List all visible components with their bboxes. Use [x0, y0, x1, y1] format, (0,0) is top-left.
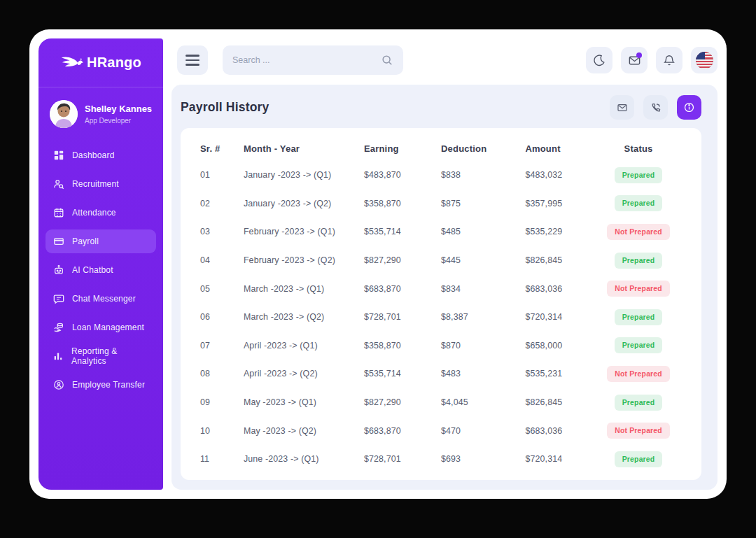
table-row[interactable]: 10 May -2023 -> (Q2) $683,870 $470 $683,…: [200, 416, 682, 445]
pegasus-logo-icon: [60, 55, 84, 71]
table-row[interactable]: 05 March -2023 -> (Q1) $683,870 $834 $68…: [200, 274, 682, 303]
unread-badge: [636, 52, 642, 58]
panel-header: Payroll History: [172, 85, 718, 128]
cell-deduction: $470: [441, 416, 525, 445]
page-title: Payroll History: [181, 100, 270, 115]
cell-month: January -2023 -> (Q2): [244, 190, 364, 218]
messages-button[interactable]: [621, 47, 648, 73]
cell-month: June -2023 -> (Q1): [244, 445, 364, 474]
status-badge: Not Prepared: [607, 423, 670, 439]
sidebar-item-label: Employee Transfer: [72, 380, 145, 390]
sidebar-item[interactable]: AI Chatbot: [46, 258, 156, 282]
hamburger-icon: [186, 55, 200, 65]
brand-logo: HRango: [38, 38, 163, 87]
cell-deduction: $834: [441, 274, 525, 303]
sidebar-item[interactable]: Recruitment: [46, 172, 156, 196]
ai-chatbot-icon: [52, 264, 64, 276]
cell-earning: $827,290: [364, 388, 441, 417]
cell-deduction: $485: [441, 218, 525, 246]
payroll-table-card: Sr. # Month - Year Earning Deduction Amo…: [181, 128, 701, 480]
cell-earning: $535,714: [364, 360, 441, 388]
table-row[interactable]: 02 January -2023 -> (Q2) $358,870 $875 $…: [200, 190, 682, 218]
language-button[interactable]: [691, 47, 718, 73]
us-flag-icon: [696, 52, 713, 69]
cell-sr: 04: [200, 246, 244, 275]
status-badge: Not Prepared: [607, 281, 670, 297]
cell-sr: 08: [200, 360, 244, 388]
status-badge: Prepared: [615, 167, 663, 183]
cell-amount: $826,845: [525, 388, 595, 417]
payroll-icon: [52, 236, 64, 248]
sidebar-nav: Dashboard Recruitment Attendance Payroll…: [38, 143, 163, 402]
cell-month: April -2023 -> (Q1): [244, 332, 364, 360]
call-button[interactable]: [643, 95, 668, 120]
cell-deduction: $445: [441, 246, 525, 275]
table-row[interactable]: 07 April -2023 -> (Q1) $358,870 $870 $65…: [200, 332, 682, 360]
cell-sr: 02: [200, 190, 244, 218]
dark-mode-button[interactable]: [586, 47, 612, 73]
sidebar-item[interactable]: Attendance: [46, 201, 156, 225]
sidebar-item[interactable]: Reporting & Analytics: [46, 344, 156, 368]
table-row[interactable]: 03 February -2023 -> (Q1) $535,714 $485 …: [200, 218, 682, 246]
cell-amount: $720,314: [525, 303, 595, 332]
cell-earning: $728,701: [364, 303, 441, 332]
search-bar[interactable]: [223, 45, 403, 75]
sidebar-item[interactable]: Loan Management: [46, 316, 156, 339]
search-icon[interactable]: [381, 54, 393, 66]
cell-amount: $483,032: [525, 161, 595, 190]
cell-amount: $683,036: [525, 274, 595, 303]
cell-month: May -2023 -> (Q1): [244, 388, 364, 417]
brand-name: HRango: [87, 55, 141, 71]
status-badge: Prepared: [615, 337, 663, 353]
dashboard-icon: [52, 150, 64, 162]
content-panel: Payroll History: [172, 85, 718, 490]
cell-sr: 06: [200, 303, 244, 332]
cell-deduction: $4,045: [441, 388, 525, 417]
app-window: HRango Shelley Kannes App Developer: [29, 29, 727, 499]
topbar: [172, 38, 718, 82]
cell-month: April -2023 -> (Q2): [244, 360, 364, 388]
table-row[interactable]: 09 May -2023 -> (Q1) $827,290 $4,045 $82…: [200, 388, 682, 417]
cell-deduction: $870: [441, 332, 525, 360]
col-header-sr: Sr. #: [200, 132, 244, 161]
cell-sr: 05: [200, 274, 244, 303]
cell-earning: $358,870: [364, 332, 441, 360]
cell-earning: $358,870: [364, 190, 441, 218]
sidebar-item[interactable]: Employee Transfer: [46, 373, 156, 397]
cell-earning: $728,701: [364, 445, 441, 474]
cell-earning: $827,290: [364, 246, 441, 275]
table-header-row: Sr. # Month - Year Earning Deduction Amo…: [200, 132, 682, 161]
sidebar-item-label: Reporting & Analytics: [71, 346, 149, 366]
send-mail-button[interactable]: [610, 95, 634, 120]
cell-deduction: $8,387: [441, 303, 525, 332]
sidebar-item-label: Chat Messenger: [72, 294, 136, 304]
user-profile[interactable]: Shelley Kannes App Developer: [38, 87, 163, 138]
profile-text: Shelley Kannes App Developer: [85, 104, 152, 124]
cell-month: January -2023 -> (Q1): [244, 161, 364, 190]
employee-transfer-icon: [52, 379, 64, 391]
table-row[interactable]: 04 February -2023 -> (Q2) $827,290 $445 …: [200, 246, 682, 275]
search-input[interactable]: [232, 55, 381, 65]
sidebar-item[interactable]: Chat Messenger: [46, 287, 156, 311]
avatar: [50, 100, 78, 128]
cell-month: March -2023 -> (Q2): [244, 303, 364, 332]
sidebar-item[interactable]: Payroll: [46, 229, 156, 253]
cell-amount: $683,036: [525, 416, 595, 445]
table-row[interactable]: 06 March -2023 -> (Q2) $728,701 $8,387 $…: [200, 303, 682, 332]
cell-sr: 01: [200, 161, 244, 190]
cell-amount: $826,845: [525, 246, 595, 275]
table-row[interactable]: 01 January -2023 -> (Q1) $483,870 $838 $…: [200, 161, 682, 190]
sidebar-item[interactable]: Dashboard: [46, 143, 156, 167]
table-row[interactable]: 11 June -2023 -> (Q1) $728,701 $693 $720…: [200, 445, 682, 474]
info-button[interactable]: [677, 95, 701, 120]
cell-sr: 10: [200, 416, 244, 445]
cell-amount: $720,314: [525, 445, 595, 474]
col-header-earning: Earning: [364, 132, 441, 161]
moon-icon: [593, 54, 606, 66]
table-row[interactable]: 08 April -2023 -> (Q2) $535,714 $483 $53…: [200, 360, 682, 388]
menu-toggle-button[interactable]: [177, 45, 208, 75]
status-badge: Prepared: [615, 195, 663, 211]
phone-icon: [650, 102, 662, 113]
notifications-button[interactable]: [656, 47, 682, 73]
cell-sr: 11: [200, 445, 244, 474]
